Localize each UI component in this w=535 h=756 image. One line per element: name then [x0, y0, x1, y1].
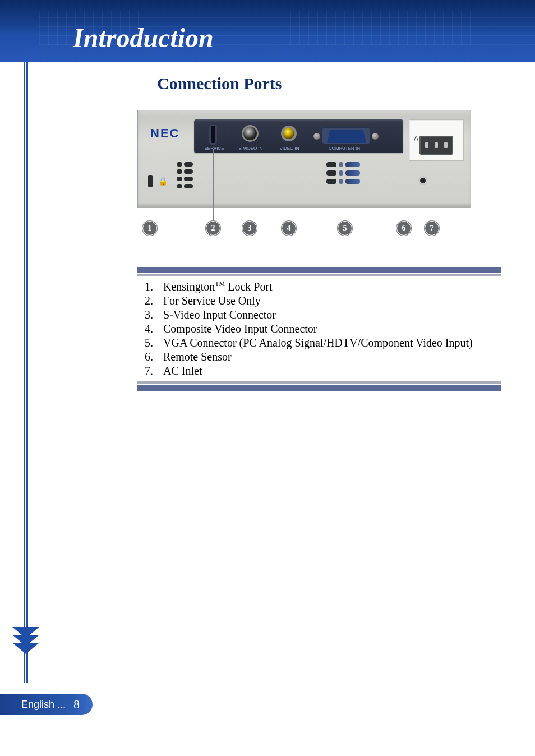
rule-bottom-thin	[137, 381, 501, 384]
item-text: S-Video Input Connector	[163, 308, 501, 322]
callout-line	[289, 149, 289, 222]
item-number: 1.	[137, 280, 153, 294]
item-number: 4.	[137, 322, 153, 336]
rule-top-thick	[137, 267, 501, 273]
item-text: AC Inlet	[163, 364, 501, 378]
callout-line	[345, 149, 345, 222]
page-title: Introduction	[73, 22, 214, 53]
left-margin-rules	[24, 62, 28, 683]
ports-legend: 1. KensingtonTM Lock Port 2. For Service…	[137, 267, 501, 391]
callout-marker-5: 5	[338, 221, 352, 236]
rule-bottom-thick	[137, 385, 501, 391]
vent-grille-left	[177, 162, 193, 188]
item-text: VGA Connector (PC Analog Signal/HDTV/Com…	[163, 336, 501, 350]
list-item: 5. VGA Connector (PC Analog Signal/HDTV/…	[137, 336, 501, 350]
list-item: 1. KensingtonTM Lock Port	[137, 280, 501, 294]
callout-line	[404, 188, 404, 222]
callout-marker-7: 7	[425, 221, 439, 236]
rear-port-panel: SERVICE S-VIDEO IN VIDEO IN COMPUTER IN	[194, 119, 403, 153]
item-number: 3.	[137, 308, 153, 322]
remote-sensor	[420, 178, 426, 183]
page-footer-tab: English ... 8	[0, 694, 93, 715]
service-port	[211, 126, 215, 143]
brand-logo: NEC	[150, 126, 179, 141]
item-text: For Service Use Only	[163, 294, 501, 308]
margin-arrows	[12, 627, 39, 651]
footer-language: English ...	[21, 699, 66, 711]
label-service: SERVICE	[205, 146, 224, 151]
ac-inlet-panel: AC IN ∼	[409, 119, 464, 161]
kensington-lock-port	[148, 175, 153, 187]
ports-list: 1. KensingtonTM Lock Port 2. For Service…	[137, 276, 501, 381]
list-item: 7. AC Inlet	[137, 364, 501, 378]
label-computer: COMPUTER IN	[329, 146, 360, 151]
device-body: NEC SERVICE S-VIDEO IN VIDEO IN COMPUTER…	[137, 110, 471, 208]
callout-line	[250, 149, 250, 222]
callout-marker-2: 2	[206, 221, 220, 236]
chevron-down-icon	[12, 643, 39, 654]
item-text: KensingtonTM Lock Port	[163, 280, 501, 294]
callout-marker-1: 1	[142, 221, 157, 236]
item-number: 6.	[137, 350, 153, 364]
item-number: 5.	[137, 336, 153, 350]
composite-video-port	[281, 126, 297, 141]
item-text: Composite Video Input Connector	[163, 322, 501, 336]
callout-marker-3: 3	[242, 221, 257, 236]
ac-socket	[419, 136, 453, 155]
callout-line	[213, 149, 214, 222]
label-svideo: S-VIDEO IN	[238, 146, 262, 151]
callout-marker-6: 6	[396, 221, 411, 236]
label-video: VIDEO IN	[279, 146, 299, 151]
callout-line	[432, 166, 432, 222]
list-item: 2. For Service Use Only	[137, 294, 501, 308]
list-item: 4. Composite Video Input Connector	[137, 322, 501, 336]
item-number: 2.	[137, 294, 153, 308]
list-item: 3. S-Video Input Connector	[137, 308, 501, 322]
lock-icon: 🔒	[158, 177, 168, 186]
main-content: Connection Ports NEC SERVICE S-VIDEO IN …	[137, 74, 501, 391]
s-video-port	[242, 125, 259, 142]
list-item: 6. Remote Sensor	[137, 350, 501, 364]
vga-port	[322, 127, 370, 144]
item-text: Remote Sensor	[163, 350, 501, 364]
item-number: 7.	[137, 364, 153, 378]
header-band: Introduction	[0, 0, 535, 62]
callout-line	[150, 188, 150, 222]
footer-page-number: 8	[73, 697, 80, 712]
callout-marker-4: 4	[282, 221, 296, 236]
section-heading: Connection Ports	[157, 74, 501, 93]
vent-grille-right	[326, 162, 360, 184]
device-illustration: NEC SERVICE S-VIDEO IN VIDEO IN COMPUTER…	[137, 110, 471, 250]
